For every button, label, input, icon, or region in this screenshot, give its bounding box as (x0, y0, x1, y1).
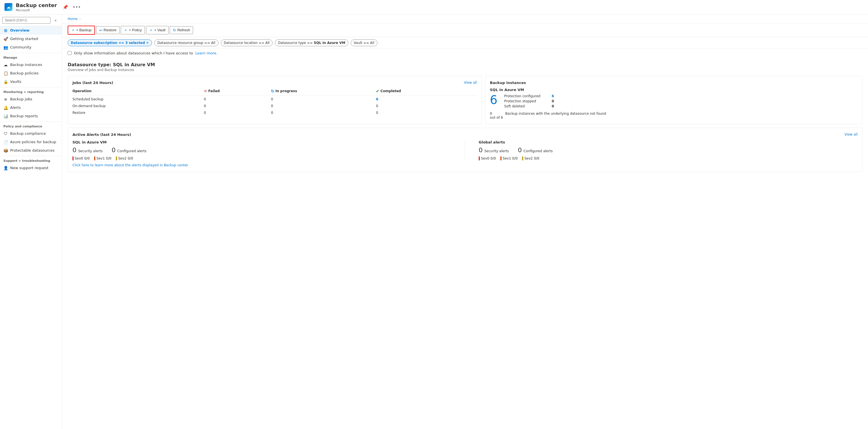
sidebar-item-backup-instances[interactable]: ☁ Backup instances (0, 61, 62, 69)
app-subtitle: Microsoft (16, 8, 57, 12)
refresh-button[interactable]: ↻ Refresh (170, 26, 193, 34)
sidebar-item-community[interactable]: 👥 Community (0, 43, 62, 52)
top-cards-row: Jobs (last 24 Hours) View all Operation … (68, 76, 862, 124)
security-alerts-item: 0 Security alerts (479, 147, 509, 154)
sev-bar-yellow (116, 156, 117, 160)
sidebar-item-backup-compliance[interactable]: 🛡 Backup compliance (0, 129, 62, 138)
sev-value: 0/0 (128, 156, 133, 160)
table-row: Restore 0 0 0 (72, 110, 477, 116)
bi-stats: Protection configured 6 Protection stopp… (504, 94, 554, 108)
breadcrumb-home[interactable]: Home (68, 17, 78, 21)
sev-value: 0/0 (84, 156, 90, 160)
bi-footer: 0 out of 6 Backup instances with the und… (490, 112, 858, 120)
sidebar-policy-label: Policy and compliance (0, 121, 62, 129)
bi-footer-text: Backup instances with the underlying dat… (505, 112, 606, 116)
completed-link[interactable]: 6 (376, 97, 378, 101)
vault-icon: ＋ (149, 28, 153, 33)
checkbox-label: Only show information about datasources … (74, 51, 193, 55)
jobs-view-all[interactable]: View all (464, 81, 477, 85)
bi-content: 6 Protection configured 6 Protection sto… (490, 94, 858, 108)
sidebar-item-icon: 📋 (3, 71, 8, 75)
sev-value: 0/0 (106, 156, 111, 160)
filter-chip-1[interactable]: Datasource resource group == All (154, 39, 218, 46)
sidebar-item-overview[interactable]: ⊞ Overview (0, 26, 62, 35)
toolbar: ＋ + Backup ↩ Restore ＋ + Policy ＋ + Vaul… (62, 23, 868, 37)
sidebar-item-backup-policies[interactable]: 📋 Backup policies (0, 69, 62, 78)
configured-alerts-num: 0 (518, 147, 522, 154)
checkbox-row: Only show information about datasources … (62, 49, 868, 58)
bi-stat-value-link[interactable]: 6 (552, 94, 554, 98)
sidebar-item-icon: 🛡 (3, 131, 8, 136)
app-title: Backup center (16, 2, 57, 8)
access-checkbox[interactable] (68, 51, 72, 55)
filter-chip-0[interactable]: Datasource subscription == 3 selected ✕ (68, 39, 152, 46)
sidebar-item-new-support-request[interactable]: 👤 New support request (0, 164, 62, 172)
alerts-sections: SQL in Azure VM 0 Security alerts 0 Conf… (72, 140, 858, 160)
alerts-card: Active Alerts (last 24 Hours) View all S… (68, 128, 862, 172)
sev-bar-red (72, 156, 73, 160)
learn-more-link[interactable]: Learn more. (195, 51, 217, 55)
sidebar-item-label: Azure policies for backup (10, 140, 56, 144)
more-icon[interactable]: ••• (72, 4, 82, 10)
sev-label: Sev2 (524, 156, 533, 160)
policy-button[interactable]: ＋ + Policy (121, 26, 145, 34)
sidebar-item-azure-policies-for-backup[interactable]: 📄 Azure policies for backup (0, 138, 62, 146)
collapse-icon[interactable]: « (52, 18, 60, 23)
search-input[interactable] (2, 17, 51, 24)
table-row: Scheduled backup 0 0 6 (72, 96, 477, 102)
filter-chip-4[interactable]: Vault == All (351, 39, 377, 46)
bi-stat-row: Soft deleted 0 (504, 104, 554, 108)
jobs-card-title: Jobs (last 24 Hours) (72, 81, 113, 85)
alerts-card-title: Active Alerts (last 24 Hours) (72, 132, 131, 137)
vault-button[interactable]: ＋ + Vault (146, 26, 168, 34)
app-icon: ☁ (4, 3, 12, 11)
sev-item: Sev2 0/0 (116, 156, 133, 160)
sev-value: 0/0 (491, 156, 496, 160)
filter-chip-3[interactable]: Datasource type == SQL in Azure VM (275, 39, 348, 46)
configured-alerts-label: Configured alerts (117, 149, 147, 153)
sidebar-support-label: Support + troubleshooting (0, 156, 62, 164)
datasource-type-title: Datasource type: SQL in Azure VM (68, 62, 862, 67)
sidebar-item-label: Overview (10, 28, 30, 32)
sev-label: Sev0 (481, 156, 489, 160)
backup-icon: ＋ (71, 28, 75, 33)
sidebar-item-getting-started[interactable]: 🚀 Getting started (0, 35, 62, 43)
sidebar-monitoring-items: ≡ Backup jobs 🔔 Alerts 📊 Backup reports (0, 95, 62, 120)
filter-chip-2[interactable]: Datasource location == All (221, 39, 273, 46)
sev-bar-orange (500, 156, 501, 160)
security-alerts-label: Security alerts (484, 149, 509, 153)
sidebar-item-icon: 🚀 (3, 37, 8, 41)
sidebar-item-icon: 📄 (3, 140, 8, 144)
restore-button[interactable]: ↩ Restore (96, 26, 120, 34)
fail-icon: ✕ (204, 89, 207, 93)
col-inprogress: ↻ In progress (271, 88, 376, 96)
sidebar-item-backup-jobs[interactable]: ≡ Backup jobs (0, 95, 62, 103)
content-area: Datasource type: SQL in Azure VM Overvie… (62, 58, 868, 429)
restore-icon: ↩ (99, 28, 103, 32)
breadcrumb-sep: › (79, 17, 81, 21)
security-alerts-num: 0 (479, 147, 483, 154)
configured-alerts-item: 0 Configured alerts (518, 147, 553, 154)
security-alerts-label: Security alerts (78, 149, 103, 153)
sev-label: Sev0 (75, 156, 83, 160)
pin-icon[interactable]: 📌 (61, 4, 69, 10)
backup-button[interactable]: ＋ + Backup (68, 26, 95, 35)
sidebar-item-icon: ☁ (3, 63, 8, 67)
sidebar-item-icon: 👤 (3, 166, 8, 170)
sidebar-item-alerts[interactable]: 🔔 Alerts (0, 103, 62, 112)
jobs-table: Operation ✕ Failed ↻ (72, 88, 477, 116)
complete-icon: ✔ (376, 89, 379, 93)
bi-card-title: Backup instances (490, 81, 526, 85)
sidebar-top-items: ⊞ Overview 🚀 Getting started 👥 Community (0, 26, 62, 52)
sidebar-manage-items: ☁ Backup instances 📋 Backup policies 🔒 V… (0, 61, 62, 86)
sidebar-item-icon: 👥 (3, 45, 8, 50)
sidebar-manage-label: Manage (0, 53, 62, 61)
alerts-view-all[interactable]: View all (845, 132, 858, 136)
sidebar-item-protectable-datasources[interactable]: 📦 Protectable datasources (0, 146, 62, 155)
table-row: On-demand backup 0 0 0 (72, 102, 477, 110)
alerts-footer-link[interactable]: Click here to learn more about the alert… (72, 163, 188, 167)
sidebar-item-icon: 📊 (3, 114, 8, 118)
bi-stat-row: Protection stopped 0 (504, 99, 554, 103)
sidebar-item-backup-reports[interactable]: 📊 Backup reports (0, 112, 62, 120)
sidebar-item-vaults[interactable]: 🔒 Vaults (0, 78, 62, 86)
